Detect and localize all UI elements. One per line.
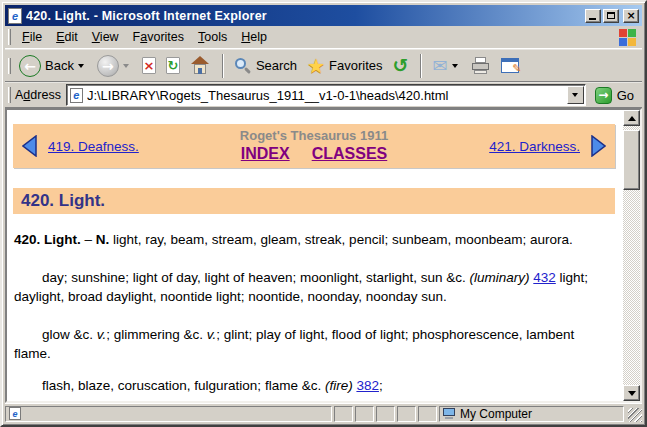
page-content: 419. Deafness. Roget's Thesaurus 1911 IN… (7, 110, 623, 401)
text-segment: N. (96, 232, 110, 247)
favorites-label: Favorites (329, 58, 382, 73)
nav-center: Roget's Thesaurus 1911 INDEXCLASSES (240, 128, 388, 164)
status-main-pane: e (5, 406, 332, 422)
mail-dropdown-icon[interactable] (452, 64, 458, 68)
next-arrow-icon[interactable] (590, 135, 606, 157)
mail-button[interactable]: ✉ (428, 55, 464, 77)
forward-icon: → (97, 55, 119, 77)
resize-grip[interactable] (628, 408, 642, 422)
scroll-up-button[interactable] (623, 110, 640, 126)
print-icon (471, 57, 491, 74)
paragraph: 420. Light. – N. light, ray, beam, strea… (14, 230, 609, 249)
edit-document-icon: ✎ (501, 58, 519, 73)
refresh-button[interactable]: ↻ (162, 55, 184, 76)
favorites-button[interactable]: ★ Favorites (303, 54, 386, 78)
address-dropdown-button[interactable] (567, 86, 584, 104)
edit-button[interactable]: ✎ (497, 56, 523, 75)
address-combo[interactable]: e J:\LIBRARY\Rogets_Thesaurus_1911__v1-0… (66, 84, 586, 106)
menu-tools[interactable]: Tools (191, 28, 234, 46)
refresh-icon: ↻ (166, 57, 180, 74)
search-label: Search (256, 58, 297, 73)
history-button[interactable]: ↺ (389, 54, 413, 77)
browser-viewport: 419. Deafness. Roget's Thesaurus 1911 IN… (5, 108, 642, 403)
menu-bar: File Edit View Favorites Tools Help (5, 26, 642, 49)
text-segment: glow &c. (42, 327, 97, 342)
text-segment: (fire) (325, 378, 353, 393)
minimize-button[interactable] (585, 9, 601, 23)
close-icon: × (626, 10, 635, 21)
windows-logo-icon (619, 29, 636, 46)
history-icon: ↺ (393, 56, 409, 75)
status-bar: e My Computer (5, 403, 642, 422)
mail-icon: ✉ (432, 57, 447, 75)
edit-pencil-icon: ✎ (512, 62, 521, 75)
inline-link[interactable]: 432 (533, 270, 556, 285)
text-segment: day; sunshine; light of day, light of he… (42, 270, 470, 285)
text-segment: v. (207, 327, 217, 342)
menu-help[interactable]: Help (234, 28, 274, 46)
back-button[interactable]: ← Back (15, 53, 91, 79)
paragraph: glow &c. v.; glimmering &c. v.; glint; p… (14, 325, 609, 363)
window-title: 420. Light. - Microsoft Internet Explore… (26, 9, 583, 23)
stop-icon: × (142, 57, 156, 74)
text-segment: ; glimmering &c. (106, 327, 207, 342)
back-dropdown-icon[interactable] (78, 64, 84, 68)
search-button[interactable]: Search (230, 55, 301, 77)
home-button[interactable] (186, 54, 214, 77)
toolbar-grip[interactable] (8, 58, 11, 74)
minimize-icon (589, 18, 596, 20)
standard-toolbar: ← Back → × ↻ Search ★ Favorites (5, 49, 642, 82)
paragraph-clipped: flash, blaze, coruscation, fulguration; … (14, 376, 609, 395)
index-link[interactable]: INDEX (241, 145, 290, 162)
text-segment: – (81, 232, 96, 247)
text-segment: ; (379, 378, 383, 393)
prev-head-link[interactable]: 419. Deafness. (48, 139, 139, 154)
menu-favorites[interactable]: Favorites (126, 28, 191, 46)
status-pane (376, 406, 395, 422)
text-segment: light, ray, beam, stream, gleam, streak,… (109, 232, 572, 247)
back-icon: ← (19, 55, 41, 77)
go-button[interactable]: → Go (591, 86, 639, 105)
text-segment: flash, blaze, coruscation, fulguration; … (42, 378, 325, 393)
search-icon (234, 57, 252, 75)
zone-label: My Computer (460, 407, 532, 421)
maximize-icon (607, 12, 615, 19)
head-title: 420. Light. (13, 188, 615, 214)
toolbar-grip[interactable] (8, 29, 11, 45)
scroll-down-button[interactable] (623, 385, 640, 401)
back-label: Back (45, 58, 74, 73)
toolbar-grip[interactable] (8, 87, 11, 103)
text-segment: v. (97, 327, 107, 342)
toolbar-separator (420, 54, 422, 78)
text-segment: 420. Light. (14, 232, 81, 247)
print-button[interactable] (467, 55, 495, 76)
address-label: Address (15, 88, 61, 102)
document-text: 420. Light. – N. light, ray, beam, strea… (14, 230, 609, 395)
address-input[interactable]: J:\LIBRARY\Rogets_Thesaurus_1911__v1-0-1… (87, 88, 567, 103)
next-head-link[interactable]: 421. Darkness. (489, 139, 580, 154)
scroll-down-icon (628, 391, 636, 396)
status-pane (355, 406, 374, 422)
text-segment: (luminary) (470, 270, 530, 285)
menu-file[interactable]: File (15, 28, 49, 46)
paragraph: day; sunshine; light of day, light of he… (14, 268, 609, 306)
classes-link[interactable]: CLASSES (312, 145, 388, 162)
thesaurus-title: Roget's Thesaurus 1911 (240, 128, 388, 144)
menu-view[interactable]: View (85, 28, 126, 46)
go-arrow-icon: → (595, 87, 612, 104)
prev-arrow-icon[interactable] (22, 135, 38, 157)
chevron-down-icon (572, 93, 578, 97)
inline-link[interactable]: 382 (356, 378, 379, 393)
menu-edit[interactable]: Edit (49, 28, 85, 46)
address-bar: Address e J:\LIBRARY\Rogets_Thesaurus_19… (5, 82, 642, 108)
stop-button[interactable]: × (138, 55, 160, 76)
my-computer-icon (443, 408, 455, 419)
page-icon: e (70, 88, 83, 103)
scrollbar-thumb[interactable] (623, 130, 640, 190)
maximize-button[interactable] (603, 9, 619, 23)
forward-dropdown-icon[interactable] (123, 64, 129, 68)
forward-button[interactable]: → (93, 53, 136, 79)
status-pane (334, 406, 353, 422)
close-button[interactable]: × (623, 9, 639, 23)
vertical-scrollbar[interactable] (623, 110, 640, 401)
